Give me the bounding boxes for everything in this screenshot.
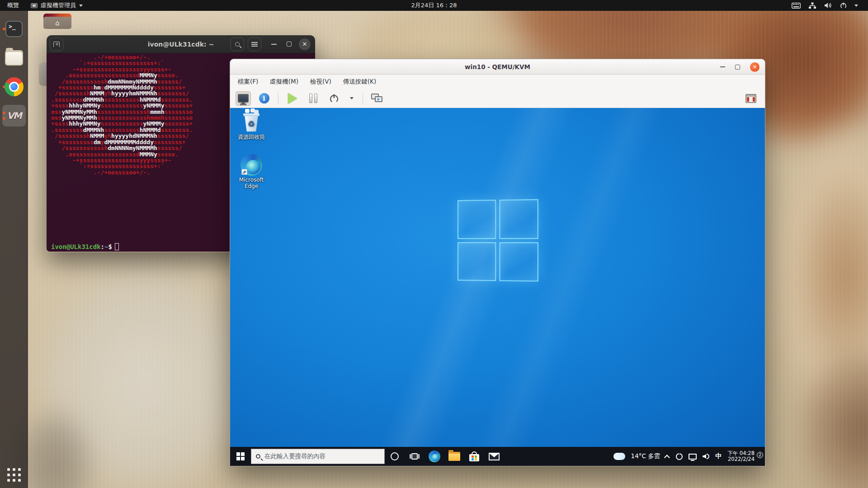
ime-indicator[interactable]: 中: [715, 452, 722, 460]
terminal-titlebar[interactable]: ivon@ULk31cdk: ~ ✕: [47, 35, 315, 53]
new-tab-button[interactable]: [50, 38, 63, 51]
taskbar-edge-button[interactable]: [425, 447, 444, 466]
network-icon[interactable]: [808, 2, 816, 9]
virt-manager-icon: [31, 3, 38, 8]
windows-taskbar: 在此輸入要搜尋的內容 14°C 多雲 中 下午 04:282022/2/24: [230, 447, 765, 466]
virtual-displays-button[interactable]: [369, 91, 385, 106]
volume-status-icon[interactable]: [703, 454, 709, 459]
show-hidden-icons-chevron[interactable]: [664, 455, 670, 460]
search-icon: [235, 42, 240, 47]
network-status-icon[interactable]: [689, 454, 697, 460]
terminal-icon: >_: [5, 21, 23, 37]
menu-button[interactable]: [248, 38, 261, 51]
weather-text[interactable]: 14°C 多雲: [631, 452, 660, 460]
minimize-button[interactable]: [271, 44, 277, 45]
dock-item-virt-manager[interactable]: VM: [2, 105, 26, 127]
pause-icon: [309, 94, 317, 103]
close-button[interactable]: ✕: [299, 38, 311, 50]
update-status-icon[interactable]: [676, 453, 683, 460]
mail-icon: [489, 453, 500, 460]
file-explorer-icon: [448, 452, 460, 461]
close-button[interactable]: ✕: [750, 62, 760, 72]
run-vm-button[interactable]: [285, 91, 300, 106]
mail-button[interactable]: [484, 447, 504, 466]
task-view-icon: [410, 453, 420, 460]
taskbar-search-input[interactable]: 在此輸入要搜尋的內容: [251, 449, 385, 464]
windows-system-tray: 14°C 多雲 中 下午 04:282022/2/24 2: [613, 450, 765, 463]
qemu-menu-item[interactable]: 檔案(F): [238, 78, 258, 86]
qemu-menubar: 檔案(F)虛擬機(M)檢視(V)傳送按鍵(K): [230, 75, 765, 89]
fullscreen-button[interactable]: [743, 91, 759, 106]
info-icon: i: [259, 93, 269, 103]
running-indicator: [3, 28, 5, 30]
edge-desktop-icon[interactable]: ➚ Microsoft Edge: [232, 154, 271, 189]
show-console-button[interactable]: [236, 91, 251, 106]
wallpaper-shape: [769, 117, 868, 434]
weather-cloud-icon[interactable]: [613, 453, 625, 460]
toolbar-separator: [363, 93, 363, 104]
qemu-vm-window: win10 - QEMU/KVM ✕ 檔案(F)虛擬機(M)檢視(V)傳送按鍵(…: [230, 59, 765, 466]
shortcut-arrow-icon: ➚: [241, 169, 247, 175]
start-button[interactable]: [230, 447, 251, 466]
task-view-button[interactable]: [405, 447, 425, 466]
search-icon: [256, 454, 260, 459]
microsoft-store-button[interactable]: [464, 447, 484, 466]
show-details-button[interactable]: i: [256, 91, 272, 106]
fullscreen-icon: [745, 94, 756, 103]
home-icon-glyph: ⌂: [43, 17, 71, 29]
close-icon: ✕: [302, 41, 307, 47]
maximize-button[interactable]: [287, 42, 292, 47]
terminal-cursor: [115, 243, 119, 250]
qemu-menu-item[interactable]: 檢視(V): [310, 78, 331, 86]
shell-prompt: ivon@ULk31cdk:~$: [51, 243, 119, 250]
minimize-button[interactable]: [720, 66, 725, 67]
edge-label-line2: Edge: [232, 183, 271, 189]
shutdown-menu-button[interactable]: [347, 91, 356, 106]
windows-logo: [458, 199, 538, 282]
file-explorer-button[interactable]: [444, 447, 464, 466]
dock-item-terminal[interactable]: >_: [2, 18, 26, 40]
recycle-bin-desktop-icon[interactable]: ♻ 資源回收筒: [232, 111, 271, 141]
maximize-button[interactable]: [735, 65, 740, 70]
qemu-menu-item[interactable]: 虛擬機(M): [270, 78, 298, 86]
tray-chevron-down-icon[interactable]: [854, 5, 858, 7]
show-applications-button[interactable]: [7, 468, 21, 482]
files-icon: [5, 50, 23, 66]
edge-label-line1: Microsoft: [232, 177, 271, 183]
app-menu-button[interactable]: 虛擬機管理員: [26, 0, 87, 11]
store-icon: [469, 451, 479, 461]
ubuntu-dock: >_ VM: [0, 11, 28, 488]
volume-icon[interactable]: [824, 2, 832, 9]
edge-icon: [429, 450, 440, 462]
qemu-menu-item[interactable]: 傳送按鍵(K): [343, 78, 376, 86]
console-monitor-icon: [238, 94, 249, 103]
app-menu-label: 虛擬機管理員: [41, 1, 76, 9]
activities-button[interactable]: 概覽: [0, 0, 26, 11]
toolbar-separator: [278, 93, 278, 104]
vm-guest-display[interactable]: ♻ 資源回收筒 ➚ Microsoft Edge 在此輸入要搜尋: [230, 108, 765, 466]
wallpaper-shape: [796, 343, 868, 488]
qemu-window-controls: ✕: [720, 59, 760, 75]
terminal-window-controls: ✕: [227, 38, 315, 51]
keyboard-icon[interactable]: [792, 3, 801, 9]
home-folder-desktop-icon[interactable]: ⌂: [43, 14, 71, 29]
dock-item-files[interactable]: [2, 47, 26, 69]
shutdown-vm-button[interactable]: [326, 91, 342, 106]
search-button[interactable]: [231, 38, 244, 51]
qemu-titlebar[interactable]: win10 - QEMU/KVM ✕: [230, 59, 765, 75]
clock-menu[interactable]: 2月24日 16：28: [411, 0, 457, 11]
pause-vm-button[interactable]: [306, 91, 321, 106]
cortana-button[interactable]: [385, 447, 405, 466]
recycle-bin-icon: ♻: [242, 111, 260, 131]
wallpaper-light-beams: [230, 108, 765, 466]
taskbar-clock[interactable]: 下午 04:282022/2/24: [727, 450, 755, 463]
chevron-down-icon: [79, 5, 83, 7]
notification-badge: 2: [757, 452, 763, 458]
recycle-bin-label: 資源回收筒: [232, 133, 271, 141]
chrome-icon: [5, 77, 24, 96]
power-icon: [329, 94, 339, 103]
power-icon[interactable]: [840, 2, 847, 9]
displays-icon: [371, 94, 383, 103]
dock-item-chrome[interactable]: [2, 76, 26, 98]
qemu-toolbar: i: [230, 89, 765, 108]
